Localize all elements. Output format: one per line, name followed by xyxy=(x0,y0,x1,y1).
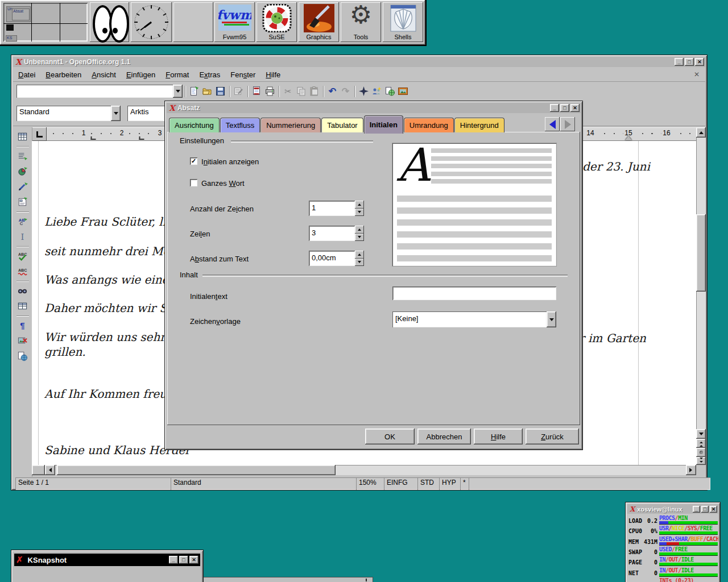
scroll-right-button[interactable] xyxy=(686,465,696,475)
ksnapshot-titlebar[interactable]: ✗ KSnapshot _ □ ✕ xyxy=(14,554,200,566)
graphics-on-off-icon[interactable] xyxy=(16,334,29,347)
minimize-button[interactable]: _ xyxy=(675,58,684,66)
show-dropcaps-checkbox[interactable]: ✓ xyxy=(190,157,197,165)
spin-up-button[interactable] xyxy=(355,226,364,234)
print-file-icon[interactable] xyxy=(263,85,276,98)
previous-page-button[interactable] xyxy=(696,439,706,448)
menu-extras[interactable]: Extras xyxy=(194,69,225,80)
stylist-icon[interactable] xyxy=(370,85,383,98)
menu-ansicht[interactable]: Ansicht xyxy=(86,69,121,80)
spin-up-button[interactable] xyxy=(355,251,364,259)
navigator-icon[interactable] xyxy=(357,85,370,98)
style-dropdown-button[interactable] xyxy=(111,106,121,121)
panel-button-suse[interactable]: SuSE xyxy=(257,2,297,42)
minimize-button[interactable]: _ xyxy=(693,506,700,513)
horizontal-scroll-thumb[interactable] xyxy=(57,465,336,475)
minimize-button[interactable]: _ xyxy=(550,104,559,112)
url-combobox[interactable] xyxy=(16,85,183,98)
char-style-dropdown-button[interactable] xyxy=(547,311,556,327)
close-button[interactable]: ✕ xyxy=(695,58,704,66)
pager-mini-window[interactable] xyxy=(6,24,14,31)
insert-table-icon[interactable] xyxy=(16,130,29,143)
cancel-button[interactable]: Abbrechen xyxy=(417,429,471,444)
redo-icon[interactable]: ↷ xyxy=(339,85,352,98)
minimize-button[interactable]: _ xyxy=(169,556,178,564)
vertical-scroll-thumb[interactable] xyxy=(696,214,706,292)
cut-icon[interactable]: ✂ xyxy=(282,85,295,98)
tab-scroll-left-button[interactable] xyxy=(545,117,560,131)
close-button[interactable]: ✕ xyxy=(710,506,717,513)
help-button[interactable]: Hilfe xyxy=(474,429,523,444)
num-chars-value[interactable]: 1 xyxy=(309,201,355,216)
tab-scroll-right-button[interactable] xyxy=(560,117,575,131)
nonprinting-characters-icon[interactable]: ¶ xyxy=(16,319,29,332)
num-chars-spinner[interactable]: 1 xyxy=(309,201,364,216)
save-document-icon[interactable] xyxy=(214,85,227,98)
char-style-combobox[interactable]: [Keine] xyxy=(392,311,556,327)
tab-umrandung[interactable]: Umrandung xyxy=(404,118,454,132)
lines-value[interactable]: 3 xyxy=(309,226,355,241)
insert-special-character-icon[interactable]: I xyxy=(16,230,29,243)
hyperlink-icon[interactable] xyxy=(383,85,396,98)
panel-button-shells[interactable]: Shells xyxy=(383,2,423,42)
spin-down-button[interactable] xyxy=(355,259,364,267)
distance-spinner[interactable]: 0,00cm xyxy=(309,251,364,266)
tab-stop-marker[interactable] xyxy=(91,136,96,140)
menu-bearbeiten[interactable]: Bearbeiten xyxy=(40,69,86,80)
close-button[interactable]: ✕ xyxy=(189,556,198,564)
whole-word-checkbox[interactable] xyxy=(190,179,197,186)
paste-icon[interactable] xyxy=(308,85,321,98)
tab-ausrichtung[interactable]: Ausrichtung xyxy=(169,118,220,132)
horizontal-scrollbar[interactable] xyxy=(32,465,696,475)
panel-blank-button[interactable] xyxy=(173,2,213,42)
gallery-icon[interactable] xyxy=(396,85,410,98)
panel-button-fvwm95[interactable]: fvwm Fvwm95 xyxy=(214,2,255,42)
autotext-icon[interactable]: ABC xyxy=(16,215,29,228)
scroll-up-button[interactable] xyxy=(696,127,706,138)
form-functions-icon[interactable] xyxy=(16,196,29,209)
url-dropdown-button[interactable] xyxy=(173,85,183,98)
next-page-button[interactable] xyxy=(696,457,706,465)
tab-nummerierung[interactable]: Nummerierung xyxy=(260,118,321,132)
xosview-titlebar[interactable]: X xosview@linux _ □ ✕ xyxy=(627,504,718,514)
tab-textfluss[interactable]: Textfluss xyxy=(220,118,260,132)
menu-fenster[interactable]: Fenster xyxy=(225,69,260,80)
ok-button[interactable]: OK xyxy=(365,429,415,444)
insert-objects-icon[interactable] xyxy=(16,165,29,178)
initial-text-input[interactable] xyxy=(392,286,556,300)
spin-up-button[interactable] xyxy=(355,201,364,209)
tab-initialen[interactable]: Initialen xyxy=(364,115,403,134)
xclock-applet[interactable] xyxy=(131,2,172,42)
online-layout-icon[interactable] xyxy=(16,350,29,363)
status-page-template[interactable]: Standard xyxy=(171,477,360,490)
copy-icon[interactable] xyxy=(295,85,308,98)
undo-icon[interactable]: ↶ xyxy=(326,85,339,98)
vertical-scrollbar[interactable] xyxy=(696,127,706,465)
tab-hintergrund[interactable]: Hintergrund xyxy=(454,118,504,132)
spellcheck-icon[interactable]: ABC xyxy=(16,250,29,263)
scroll-down-button[interactable] xyxy=(696,429,706,439)
edit-file-icon[interactable] xyxy=(232,85,245,98)
menu-hilfe[interactable]: Hilfe xyxy=(260,69,286,80)
xeyes-applet[interactable] xyxy=(90,2,129,42)
spin-down-button[interactable] xyxy=(355,234,364,242)
scroll-left-button[interactable] xyxy=(45,465,55,475)
right-indent-marker[interactable] xyxy=(625,132,632,140)
insert-fields-icon[interactable] xyxy=(16,149,29,163)
new-document-icon[interactable] xyxy=(188,85,201,98)
tab-tabulator[interactable]: Tabulator xyxy=(321,118,363,132)
status-zoom[interactable]: 150% xyxy=(356,477,387,490)
navigation-button[interactable] xyxy=(696,448,706,457)
pager-mini-window[interactable]: Absat xyxy=(13,9,29,20)
panel-button-tools[interactable]: ⚙ Tools xyxy=(341,2,381,42)
toolbar-close-icon[interactable]: ✕ xyxy=(694,70,700,78)
menu-datei[interactable]: Datei xyxy=(13,69,40,80)
openoffice-titlebar[interactable]: X Unbenannt1 - OpenOffice.org 1.1 _ □ ✕ xyxy=(13,57,705,67)
open-document-icon[interactable] xyxy=(201,85,214,98)
data-sources-icon[interactable] xyxy=(16,300,29,313)
menu-einfuegen[interactable]: Einfügen xyxy=(121,69,160,80)
panel-button-graphics[interactable]: Graphics xyxy=(299,2,339,42)
export-pdf-icon[interactable] xyxy=(250,85,263,98)
maximize-button[interactable]: □ xyxy=(701,506,709,513)
virtual-desktop-pager[interactable]: Un Absat KS xyxy=(3,3,88,41)
